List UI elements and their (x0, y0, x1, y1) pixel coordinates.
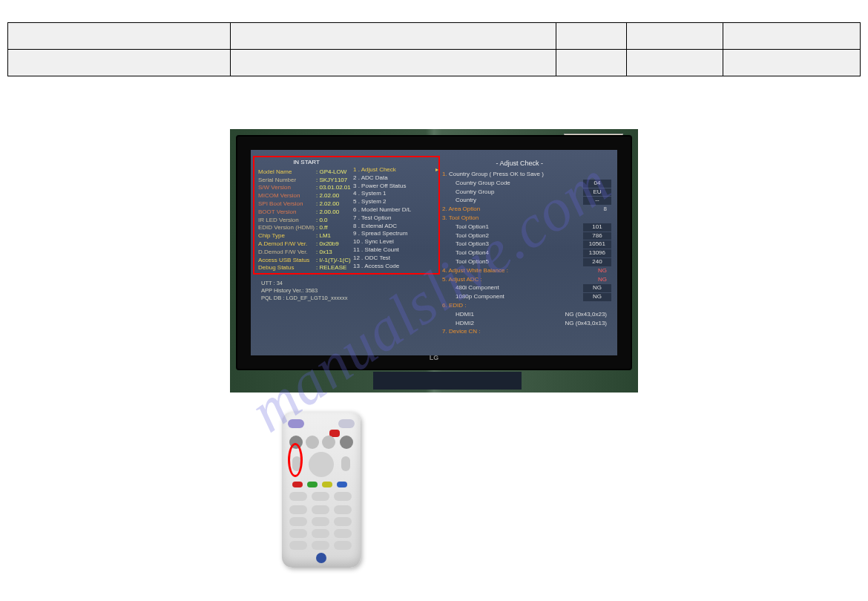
adjust-row: 2. Area Option8 (442, 206, 611, 214)
remote-brand-logo (316, 553, 326, 563)
menu-item[interactable]: 8 . External ADC (353, 223, 438, 231)
tv-bezel: IN START Model Name: GP4-LOWSerial Numbe… (236, 135, 632, 370)
remote-blue-button[interactable] (337, 482, 347, 487)
remote-control (282, 412, 361, 568)
adjust-row: 7. Device CN : (442, 328, 611, 336)
menu-item[interactable]: 13 . Access Code (353, 263, 438, 271)
remote-num-button[interactable] (312, 517, 329, 526)
adjust-row: 1. Country Group ( Press OK to Save ) (442, 171, 611, 179)
remote-button[interactable] (340, 436, 353, 449)
remote-num-button[interactable] (312, 541, 329, 550)
menu-item[interactable]: 1 . Adjust Check (353, 166, 438, 174)
sysinfo-row: A.Demod F/W Ver.: 0x20b9 (258, 240, 355, 249)
sysinfo-footer: UTT : 34 APP History Ver.: 3583 PQL DB :… (261, 280, 347, 302)
menu-arrow-icon: ▸ (435, 166, 438, 174)
menu-item[interactable]: 10 . Sync Level (353, 238, 438, 246)
remote-num-button[interactable] (312, 529, 329, 538)
sysinfo-row: SPI Boot Version: 2.02.00 (258, 200, 355, 208)
tv-screen: IN START Model Name: GP4-LOWSerial Numbe… (251, 150, 617, 355)
sysinfo-row: D.Demod F/W Ver.: 0x13 (258, 249, 355, 257)
menu-item[interactable]: 12 . ODC Test (353, 254, 438, 263)
remote-num-button[interactable] (289, 505, 307, 514)
adjust-row: Tool Option310561 (442, 240, 611, 249)
adjust-row: HDMI1NG (0x43,0x23) (442, 311, 611, 319)
adjust-row: 480i ComponentNG (442, 284, 611, 292)
remote-button[interactable] (338, 419, 355, 428)
remote-yellow-button[interactable] (322, 482, 332, 487)
remote-num-button[interactable] (334, 529, 352, 538)
remote-num-button[interactable] (334, 505, 352, 514)
remote-green-button[interactable] (307, 482, 318, 487)
sysinfo-row: Debug Status: RELEASE (258, 264, 355, 272)
remote-button[interactable] (322, 436, 335, 449)
adjust-row: Country Group Code04 (442, 180, 611, 188)
adjust-row: Country GroupEU (442, 188, 611, 197)
menu-item[interactable]: 3 . Power Off Status (353, 183, 438, 191)
adjust-row: 5. Adjust ADC :NG (442, 276, 611, 284)
instart-header: IN START (258, 159, 355, 167)
adjust-row: Tool Option5240 (442, 258, 611, 266)
tv-bottom-strip (373, 372, 522, 390)
tv-photo: IN START Model Name: GP4-LOWSerial Numbe… (230, 129, 638, 393)
remote-num-button[interactable] (289, 517, 307, 526)
sysinfo-row: MICOM Version: 2.02.00 (258, 192, 355, 200)
remote-button[interactable] (312, 492, 329, 501)
sysinfo-row: IR LED Version: 0.0 (258, 217, 355, 225)
adjust-row: Tool Option2786 (442, 232, 611, 240)
remote-button[interactable] (288, 419, 304, 428)
adjust-row: HDMI2NG (0x43,0x13) (442, 320, 611, 328)
adjust-row: 6. EDID : (442, 302, 611, 310)
remote-dpad[interactable] (309, 452, 334, 477)
sysinfo-row: Chip Type: LM1 (258, 232, 355, 240)
remote-red-button[interactable] (292, 482, 303, 487)
sysinfo-row: BOOT Version: 2.00.00 (258, 208, 355, 217)
adjust-row: 1080p ComponentNG (442, 293, 611, 301)
sysinfo-row: S/W Version: 03.01.02.01 (258, 184, 355, 192)
menu-item[interactable]: 2 . ADC Data (353, 174, 438, 183)
menu-item[interactable]: 6 . Model Number D/L (353, 206, 438, 214)
sysinfo-row: EDID Version (HDMI): 0.ff (258, 224, 355, 232)
sysinfo-row: Serial Number: SKJY1107 (258, 177, 355, 185)
adjust-row: Tool Option413096 (442, 249, 611, 257)
remote-num-button[interactable] (289, 529, 307, 538)
remote-num-button[interactable] (334, 517, 352, 526)
menu-item[interactable]: 9 . Spread Spectrum (353, 230, 438, 238)
sysinfo-left-column: IN START Model Name: GP4-LOWSerial Numbe… (258, 159, 355, 272)
sysinfo-row: Access USB Status: I/-1(T)/-1(C) (258, 257, 355, 265)
adjust-row: 3. Tool Option (442, 214, 611, 223)
remote-num-button[interactable] (334, 541, 352, 550)
adjust-row: Tool Option1101 (442, 223, 611, 231)
menu-middle-column: ▸ 1 . Adjust Check2 . ADC Data3 . Power … (353, 166, 438, 270)
adjust-row: 4. Adjust White Balance :NG (442, 267, 611, 275)
top-empty-table (7, 22, 861, 76)
menu-item[interactable]: 4 . System 1 (353, 190, 438, 198)
remote-volume[interactable] (292, 456, 301, 471)
remote-button[interactable] (289, 492, 307, 501)
remote-num-button[interactable] (312, 505, 329, 514)
adjust-check-title: - Adjust Check - (496, 159, 543, 168)
adjust-check-column: 1. Country Group ( Press OK to Save )Cou… (442, 171, 611, 337)
remote-button[interactable] (289, 436, 303, 449)
remote-button[interactable] (306, 436, 319, 449)
menu-item[interactable]: 7 . Test Option (353, 214, 438, 223)
remote-channel[interactable] (341, 456, 350, 471)
remote-button[interactable] (334, 492, 352, 501)
menu-item[interactable]: 11 . Stable Count (353, 246, 438, 254)
remote-num-button[interactable] (289, 541, 307, 550)
sysinfo-row: Model Name: GP4-LOW (258, 168, 355, 177)
adjust-row: Country-- (442, 197, 611, 205)
lg-logo: LG (430, 354, 439, 361)
menu-item[interactable]: 5 . System 2 (353, 198, 438, 206)
